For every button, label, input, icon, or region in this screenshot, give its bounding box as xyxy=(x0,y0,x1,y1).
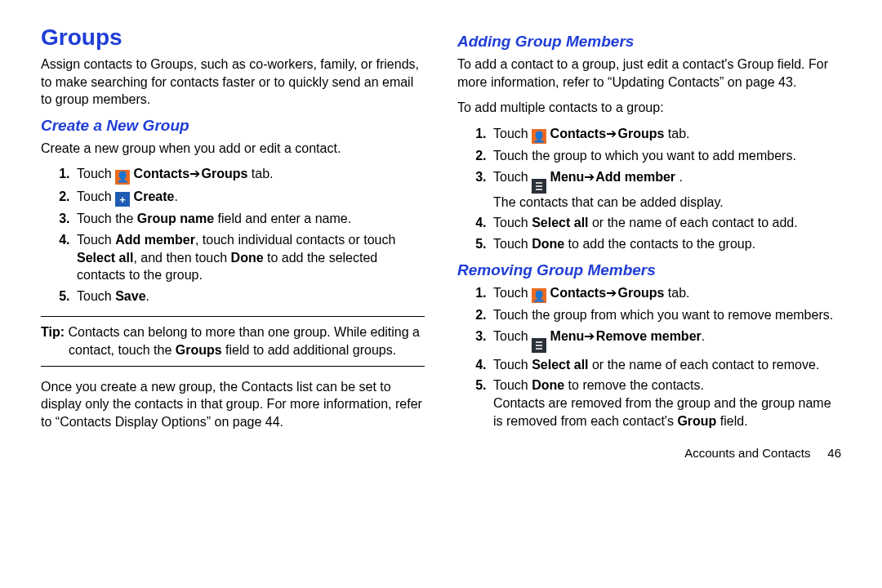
step-rem-3: Touch Menu ➔ Remove member. xyxy=(490,327,841,353)
step-add-4: Touch Select all or the name of each con… xyxy=(490,214,841,232)
step-rem-2: Touch the group from which you want to r… xyxy=(490,306,841,324)
after-tip-text: Once you create a new group, the Contact… xyxy=(41,378,425,431)
contacts-icon: 👤 xyxy=(532,129,546,144)
step-create-3: Touch the Group name field and enter a n… xyxy=(74,210,425,228)
intro-text: Assign contacts to Groups, such as co-wo… xyxy=(41,56,425,109)
contacts-icon: 👤 xyxy=(532,288,546,303)
step-add-2: Touch the group to which you want to add… xyxy=(490,147,841,165)
step-rem-1: Touch 👤 Contacts ➔ Groups tab. xyxy=(490,284,841,304)
menu-icon xyxy=(532,179,546,194)
page-footer: Accounts and Contacts 46 xyxy=(457,446,841,460)
contacts-icon: 👤 xyxy=(115,170,130,185)
plus-icon: + xyxy=(115,192,130,207)
step-add-5: Touch Done to add the contacts to the gr… xyxy=(490,235,841,253)
add-intro: To add a contact to a group, just edit a… xyxy=(457,56,841,91)
page-title: Groups xyxy=(41,24,425,51)
step-create-4: Touch Add member, touch individual conta… xyxy=(74,231,425,284)
step-create-2: Touch + Create. xyxy=(74,188,425,207)
step-rem-5: Touch Done to remove the contacts. Conta… xyxy=(490,376,841,430)
step-rem-4: Touch Select all or the name of each con… xyxy=(490,356,841,374)
step-add-1: Touch 👤 Contacts ➔ Groups tab. xyxy=(490,125,841,145)
section-create-new-group: Create a New Group xyxy=(41,117,425,135)
add-multi-intro: To add multiple contacts to a group: xyxy=(457,99,841,117)
step-create-5: Touch Save. xyxy=(74,287,425,305)
tip-box: Tip: Contacts can belong to more than on… xyxy=(41,316,425,366)
section-adding-members: Adding Group Members xyxy=(457,33,841,51)
menu-icon xyxy=(532,338,546,353)
create-intro: Create a new group when you add or edit … xyxy=(41,140,425,158)
section-removing-members: Removing Group Members xyxy=(457,261,841,279)
step-create-1: Touch 👤 Contacts ➔ Groups tab. xyxy=(74,165,425,185)
step-add-3: Touch Menu ➔ Add member . The contacts t… xyxy=(490,168,841,212)
